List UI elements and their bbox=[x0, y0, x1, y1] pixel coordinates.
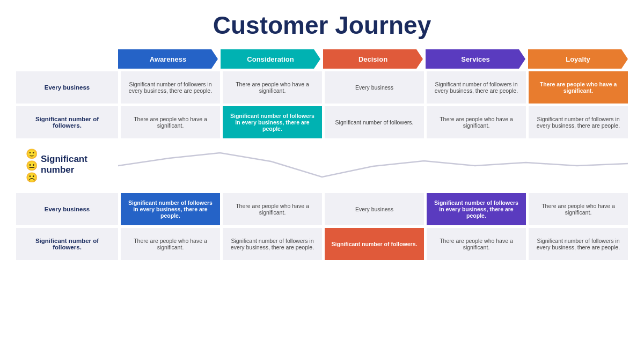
cell-t2-awareness: There are people who have a significant. bbox=[121, 106, 220, 138]
cell-b1-awareness: Significant number of followers in every… bbox=[121, 193, 220, 225]
cell-t1-awareness: Significant number of followers in every… bbox=[121, 71, 220, 104]
stage-header-decision: Decision bbox=[323, 49, 423, 69]
top-row-1: Every business Significant number of fol… bbox=[16, 71, 628, 104]
cell-t2-decision: Significant number of followers. bbox=[325, 106, 424, 138]
emotion-title: Significant number bbox=[41, 154, 118, 175]
middle-section: 🙂 😐 ☹️ Significant number bbox=[16, 142, 628, 189]
top-row-1-label: Every business bbox=[16, 71, 118, 104]
cell-t1-decision: Every business bbox=[325, 71, 424, 104]
cell-b1-consideration: There are people who have a significant. bbox=[223, 193, 322, 225]
top-row-2-label: Significant number of followers. bbox=[16, 106, 118, 138]
emotion-label-area: 🙂 😐 ☹️ Significant number bbox=[16, 149, 118, 182]
cell-t2-services: There are people who have a significant. bbox=[427, 106, 526, 138]
stage-header-consideration: Consideration bbox=[221, 49, 320, 69]
bottom-row-2-label: Significant number of followers. bbox=[16, 228, 118, 260]
stage-header-loyalty: Loyalty bbox=[528, 49, 628, 69]
cell-t1-consideration: There are people who have a significant. bbox=[223, 71, 322, 104]
cell-b2-awareness: There are people who have a significant. bbox=[121, 228, 220, 260]
cell-b1-services: Significant number of followers in every… bbox=[427, 193, 526, 225]
chart-area bbox=[118, 142, 628, 189]
bottom-row-1-cells: Significant number of followers in every… bbox=[121, 193, 628, 225]
stage-header-services: Services bbox=[426, 49, 525, 69]
chart-line bbox=[118, 153, 628, 177]
stage-header-awareness: Awareness bbox=[118, 49, 218, 69]
emotion-chart bbox=[118, 142, 628, 189]
cell-t1-services: Significant number of followers in every… bbox=[427, 71, 526, 104]
happy-emoji: 🙂 bbox=[26, 149, 38, 159]
main-content: Awareness Consideration Decision Service… bbox=[16, 49, 628, 260]
top-row-2: Significant number of followers. There a… bbox=[16, 106, 628, 138]
emoji-column: 🙂 😐 ☹️ bbox=[26, 149, 38, 182]
page: Customer Journey Awareness Consideration… bbox=[0, 0, 644, 362]
sad-emoji: ☹️ bbox=[26, 173, 38, 182]
cell-b2-loyalty: Significant number of followers in every… bbox=[529, 228, 628, 260]
cell-t2-consideration: Significant number of followers in every… bbox=[223, 106, 322, 138]
bottom-row-2-cells: There are people who have a significant.… bbox=[121, 228, 628, 260]
cell-b2-decision: Significant number of followers. bbox=[325, 228, 424, 260]
cell-b2-consideration: Significant number of followers in every… bbox=[223, 228, 322, 260]
bottom-row-2: Significant number of followers. There a… bbox=[16, 228, 628, 260]
stage-headers: Awareness Consideration Decision Service… bbox=[118, 49, 628, 69]
top-row-1-cells: Significant number of followers in every… bbox=[121, 71, 628, 104]
header-row: Awareness Consideration Decision Service… bbox=[16, 49, 628, 69]
bottom-row-1-label: Every business bbox=[16, 193, 118, 225]
top-row-2-cells: There are people who have a significant.… bbox=[121, 106, 628, 138]
cell-b1-loyalty: There are people who have a significant. bbox=[529, 193, 628, 225]
cell-b1-decision: Every business bbox=[325, 193, 424, 225]
page-title: Customer Journey bbox=[213, 11, 431, 40]
cell-b2-services: There are people who have a significant. bbox=[427, 228, 526, 260]
cell-t1-loyalty: There are people who have a significant. bbox=[529, 71, 628, 104]
neutral-emoji: 😐 bbox=[26, 161, 38, 171]
bottom-row-1: Every business Significant number of fol… bbox=[16, 193, 628, 225]
cell-t2-loyalty: Significant number of followers in every… bbox=[529, 106, 628, 138]
